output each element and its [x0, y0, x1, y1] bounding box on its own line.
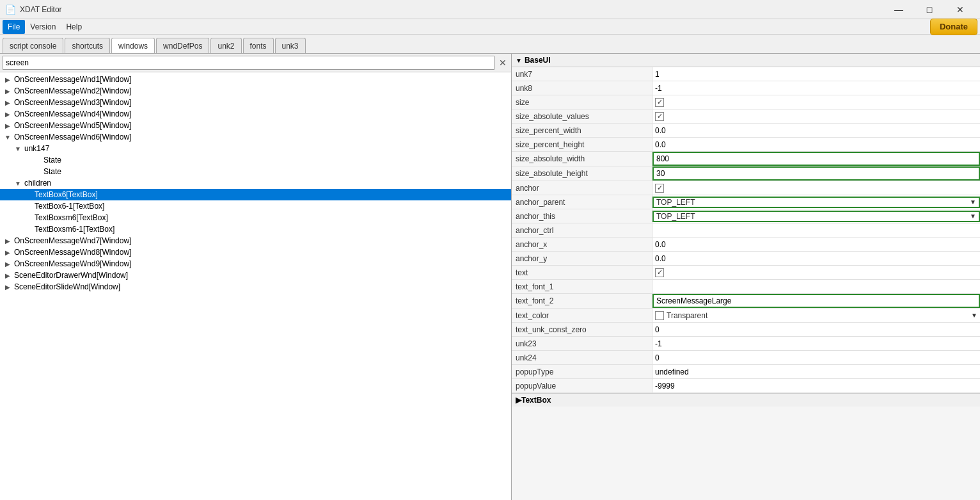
- tree-item[interactable]: TextBoxsm6-1[TextBox]: [0, 223, 511, 235]
- prop-name: size_absolute_height: [512, 166, 652, 181]
- prop-input[interactable]: [655, 126, 977, 135]
- tree-toggle-icon[interactable]: ▶: [3, 74, 13, 85]
- tree-item[interactable]: TextBox6-1[TextBox]: [0, 200, 511, 212]
- prop-value[interactable]: [652, 181, 980, 195]
- tree-item-selected[interactable]: TextBox6[TextBox]: [0, 189, 511, 200]
- menu-help[interactable]: Help: [61, 20, 87, 34]
- prop-input[interactable]: [655, 226, 977, 235]
- tree-item[interactable]: ▶ OnScreenMessageWnd5[Window]: [0, 120, 511, 131]
- tab-unk3[interactable]: unk3: [275, 38, 306, 53]
- tree-item[interactable]: ▶ OnScreenMessageWnd2[Window]: [0, 85, 511, 97]
- tree-toggle-icon[interactable]: ▼: [13, 178, 23, 188]
- prop-input[interactable]: [655, 353, 977, 362]
- prop-value[interactable]: [652, 294, 980, 308]
- tree-item[interactable]: ▶ OnScreenMessageWnd1[Window]: [0, 74, 511, 85]
- search-input[interactable]: [3, 56, 494, 70]
- section-header-textbox[interactable]: ▶ TextBox: [512, 393, 980, 407]
- tree-item[interactable]: ▼ unk147: [0, 143, 511, 154]
- prop-value[interactable]: [652, 166, 980, 181]
- prop-value[interactable]: [652, 223, 980, 237]
- prop-value[interactable]: [652, 124, 980, 137]
- prop-value[interactable]: [652, 152, 980, 166]
- prop-input[interactable]: [656, 169, 976, 178]
- prop-value[interactable]: [652, 252, 980, 265]
- prop-input[interactable]: [655, 254, 977, 263]
- prop-value[interactable]: [652, 81, 980, 95]
- tree-toggle-icon[interactable]: ▼: [13, 143, 23, 154]
- prop-value[interactable]: [652, 238, 980, 251]
- tab-script-console[interactable]: script console: [3, 38, 63, 53]
- tree-toggle-icon[interactable]: ▼: [3, 132, 13, 142]
- color-dropdown[interactable]: Transparent ▼: [652, 311, 980, 320]
- checkbox-icon[interactable]: [655, 268, 664, 277]
- prop-value[interactable]: [652, 365, 980, 378]
- prop-value[interactable]: TOP_LEFT ▼: [652, 209, 980, 223]
- prop-input[interactable]: [655, 282, 977, 291]
- prop-value[interactable]: [652, 67, 980, 81]
- tree-item[interactable]: ▶ OnScreenMessageWnd4[Window]: [0, 108, 511, 120]
- prop-value[interactable]: [652, 138, 980, 151]
- prop-input[interactable]: [655, 325, 977, 334]
- prop-input[interactable]: [656, 154, 976, 163]
- tree-item[interactable]: ▶ OnScreenMessageWnd9[Window]: [0, 258, 511, 270]
- close-button[interactable]: ✕: [945, 0, 975, 19]
- tree-toggle-icon[interactable]: ▶: [3, 247, 13, 257]
- menu-file[interactable]: File: [3, 20, 25, 34]
- menu-version[interactable]: Version: [25, 20, 61, 34]
- section-header-baseui[interactable]: ▼ BaseUI: [512, 54, 980, 67]
- tree-item[interactable]: ▶ SceneEditorSlideWnd[Window]: [0, 281, 511, 293]
- prop-input[interactable]: [655, 70, 977, 79]
- prop-input[interactable]: [655, 84, 977, 93]
- tree-item[interactable]: ▶ SceneEditorDrawerWnd[Window]: [0, 270, 511, 281]
- tab-shortcuts[interactable]: shortcuts: [65, 38, 110, 53]
- tree-toggle-icon[interactable]: ▶: [3, 259, 13, 269]
- prop-value[interactable]: [652, 95, 980, 109]
- prop-input[interactable]: [655, 339, 977, 348]
- tree-item[interactable]: TextBoxsm6[TextBox]: [0, 212, 511, 223]
- prop-input[interactable]: [656, 296, 976, 305]
- tab-windows[interactable]: windows: [111, 38, 155, 53]
- tree-toggle-icon: [23, 201, 33, 211]
- tree-toggle-icon[interactable]: ▶: [3, 236, 13, 246]
- tree-toggle-icon[interactable]: ▶: [3, 109, 13, 119]
- donate-button[interactable]: Donate: [930, 19, 977, 35]
- prop-value[interactable]: [652, 337, 980, 350]
- tab-unk2[interactable]: unk2: [210, 38, 241, 53]
- tree-item[interactable]: ▶ OnScreenMessageWnd8[Window]: [0, 246, 511, 258]
- minimize-button[interactable]: —: [884, 0, 913, 19]
- tree-toggle-icon[interactable]: ▶: [3, 282, 13, 292]
- checkbox-icon[interactable]: [655, 184, 664, 193]
- prop-value[interactable]: [652, 280, 980, 293]
- tree-item[interactable]: ▼ OnScreenMessageWnd6[Window]: [0, 131, 511, 143]
- tree-item[interactable]: State: [0, 166, 511, 177]
- prop-value[interactable]: [652, 379, 980, 392]
- tree-item[interactable]: ▼ children: [0, 177, 511, 189]
- tree-toggle-icon[interactable]: ▶: [3, 86, 13, 96]
- prop-value[interactable]: [652, 109, 980, 123]
- dropdown[interactable]: TOP_LEFT ▼: [652, 197, 980, 208]
- prop-value[interactable]: TOP_LEFT ▼: [652, 195, 980, 209]
- tree-item[interactable]: State: [0, 154, 511, 166]
- checkbox-icon[interactable]: [655, 98, 664, 107]
- tab-wnddefpos[interactable]: wndDefPos: [156, 38, 209, 53]
- tree-item[interactable]: ▶ OnScreenMessageWnd3[Window]: [0, 97, 511, 108]
- prop-input[interactable]: [655, 367, 977, 376]
- search-clear-button[interactable]: ✕: [497, 57, 509, 69]
- checkbox-icon[interactable]: [655, 112, 664, 121]
- prop-value[interactable]: [652, 323, 980, 336]
- prop-input[interactable]: [655, 140, 977, 149]
- tree-toggle-icon[interactable]: ▶: [3, 120, 13, 131]
- prop-value[interactable]: [652, 351, 980, 364]
- dropdown[interactable]: TOP_LEFT ▼: [652, 211, 980, 222]
- prop-input[interactable]: [655, 382, 977, 391]
- prop-value[interactable]: [652, 266, 980, 279]
- tree-item[interactable]: ▶ OnScreenMessageWnd7[Window]: [0, 235, 511, 246]
- prop-value[interactable]: Transparent ▼: [652, 309, 980, 322]
- maximize-button[interactable]: □: [915, 0, 944, 19]
- prop-input[interactable]: [655, 240, 977, 249]
- tree-toggle-icon[interactable]: ▶: [3, 270, 13, 280]
- prop-name: unk8: [512, 81, 652, 95]
- tab-fonts[interactable]: fonts: [243, 38, 274, 53]
- tree-toggle-icon[interactable]: ▶: [3, 97, 13, 108]
- prop-name: text_font_1: [512, 280, 652, 293]
